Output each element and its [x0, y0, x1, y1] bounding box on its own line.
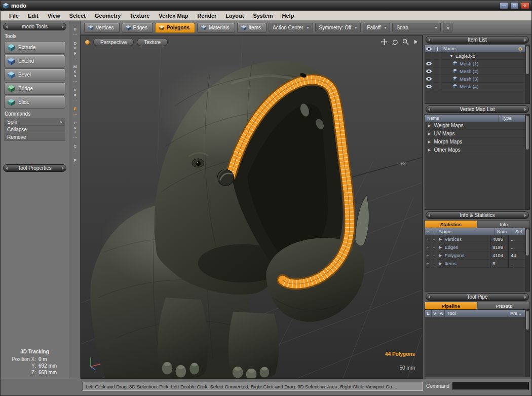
select-plus-button[interactable]: + [425, 251, 431, 259]
tree-collapsed-icon[interactable]: ▶ [428, 148, 431, 152]
menu-item-system[interactable]: System [248, 12, 277, 20]
modo-tools-header[interactable]: modo Tools [3, 23, 66, 30]
presets-column-header[interactable]: Pre... [508, 310, 525, 317]
menu-item-texture[interactable]: Texture [125, 12, 154, 20]
tool-button-bevel[interactable]: Bevel [4, 68, 65, 81]
viewport-canvas[interactable] [81, 35, 422, 378]
command-item-collapse[interactable]: Collapse [4, 126, 65, 133]
vertex-map-group-weight[interactable]: ▶ Weight Maps [425, 122, 525, 130]
snap-dropdown[interactable]: Snap ▾ [392, 23, 441, 32]
item-row-mesh-1[interactable]: Mesh (1) [425, 60, 525, 67]
menu-item-layout[interactable]: Layout [221, 12, 248, 20]
menu-item-view[interactable]: View [43, 12, 65, 20]
menu-item-vertex-map[interactable]: Vertex Map [154, 12, 193, 20]
tree-collapsed-icon[interactable]: ▶ [428, 132, 431, 136]
vertex-map-list-header[interactable]: Vertex Map List [426, 105, 529, 113]
mode-button-polygons-active[interactable]: Polygons [155, 23, 195, 33]
toolbar-overflow-button[interactable]: » [443, 23, 452, 32]
stats-row-edges[interactable]: + - ▶Edges 8199 ... [425, 243, 525, 251]
vtab-mes[interactable]: Mes… [72, 64, 77, 83]
visibility-toggle[interactable] [425, 83, 433, 90]
tool-button-extrude[interactable]: Extrude [4, 41, 65, 54]
menu-item-help[interactable]: Help [278, 12, 299, 20]
mode-button-vertices[interactable]: Vertices [84, 23, 120, 33]
tool-column-header[interactable]: Tool [445, 311, 508, 316]
item-list-scrollbar[interactable] [525, 45, 529, 103]
tree-expanded-icon[interactable]: ▼ [449, 54, 453, 58]
menu-item-geometry[interactable]: Geometry [90, 12, 125, 20]
tree-collapsed-icon[interactable]: ▶ [439, 237, 442, 241]
tree-collapsed-icon[interactable]: ▶ [439, 254, 442, 258]
menu-item-edit[interactable]: Edit [23, 12, 43, 20]
tree-collapsed-icon[interactable]: ▶ [428, 140, 431, 144]
vtab-c[interactable]: C… [72, 144, 77, 153]
sel-column-header[interactable]: Sel [513, 228, 525, 235]
item-row-mesh-4[interactable]: Mesh (4) [425, 83, 525, 90]
mode-button-edges[interactable]: Edges [122, 23, 153, 33]
select-minus-button[interactable]: - [431, 243, 437, 251]
scrollbar-thumb[interactable] [526, 229, 529, 256]
stats-row-vertices[interactable]: + - ▶Vertices 4095 ... [425, 235, 525, 243]
rotate-icon[interactable] [392, 39, 398, 45]
menu-item-file[interactable]: File [5, 12, 23, 20]
scrollbar-thumb[interactable] [526, 46, 529, 74]
vertex-map-group-morph[interactable]: ▶ Morph Maps [425, 138, 525, 146]
select-minus-button[interactable]: - [431, 251, 437, 259]
tree-collapsed-icon[interactable]: ▶ [428, 124, 431, 128]
info-statistics-header[interactable]: Info & Statistics [426, 211, 529, 219]
vtab-e-active[interactable]: E… [72, 106, 77, 116]
vertex-map-group-other[interactable]: ▶ Other Maps [425, 146, 525, 154]
visibility-toggle[interactable] [425, 67, 433, 75]
stats-row-polygons[interactable]: + - ▶Polygons 4104 44 [425, 251, 525, 260]
name-column-header[interactable]: Name [425, 116, 499, 121]
select-minus-button[interactable]: - [431, 235, 437, 243]
tab-presets[interactable]: Presets [478, 302, 530, 309]
tab-info[interactable]: Info [478, 220, 530, 228]
tab-statistics-active[interactable]: Statistics [425, 220, 477, 228]
tool-pipe-scrollbar[interactable] [525, 310, 529, 377]
tree-collapsed-icon[interactable]: ▶ [439, 245, 442, 249]
mode-button-materials[interactable]: Materials [197, 23, 235, 33]
close-button[interactable]: × [521, 2, 529, 9]
viewport-expand-icon[interactable] [413, 39, 419, 45]
falloff-dropdown[interactable]: Falloff ▾ [363, 23, 390, 32]
perspective-button[interactable]: Perspective [93, 38, 134, 46]
statistics-scrollbar[interactable] [525, 228, 529, 291]
visibility-toggle[interactable] [425, 75, 433, 82]
select-plus-button[interactable]: + [425, 235, 431, 243]
item-row-eagle[interactable]: ▼ Eagle.lxo [425, 52, 525, 60]
vertex-map-group-uv[interactable]: ▶ UV Maps [425, 130, 525, 138]
maximize-button[interactable]: □ [510, 2, 519, 9]
item-filter-button[interactable]: ⚙ [516, 46, 525, 52]
tool-button-extend[interactable]: Extend [4, 55, 65, 67]
select-plus-button[interactable]: + [425, 243, 431, 251]
select-minus-button[interactable]: - [431, 260, 437, 267]
symmetry-dropdown[interactable]: Symmetry: Off ▾ [315, 23, 361, 32]
tree-collapsed-icon[interactable]: ▶ [439, 262, 442, 266]
name-column-header[interactable]: Name [441, 46, 516, 51]
name-column-header[interactable]: Name [437, 229, 495, 234]
type-column-header[interactable]: Type [499, 115, 525, 122]
pan-icon[interactable] [381, 39, 388, 45]
viewport-menu-dot[interactable] [85, 40, 90, 45]
scrollbar-thumb[interactable] [526, 311, 529, 330]
vtab-pol[interactable]: Pol… [72, 121, 77, 139]
stats-row-items[interactable]: + - ▶Items 5 ... [425, 260, 525, 268]
mode-button-items[interactable]: Items [237, 23, 267, 33]
minimize-button[interactable]: — [500, 2, 508, 9]
command-item-spin[interactable]: Spin v [4, 118, 65, 126]
action-center-dropdown[interactable]: Action Center ▾ [269, 23, 313, 32]
menu-item-select[interactable]: Select [65, 12, 90, 20]
menu-item-render[interactable]: Render [193, 12, 221, 20]
tool-button-bridge[interactable]: Bridge [4, 82, 65, 95]
select-plus-button[interactable]: + [425, 260, 431, 267]
vtab-dup[interactable]: Dup… [72, 41, 77, 59]
scrollbar-thumb[interactable] [526, 116, 529, 150]
tool-properties-header[interactable]: Tool Properties [3, 164, 66, 172]
item-list-header[interactable]: Item List [426, 36, 529, 44]
texture-button[interactable]: Texture [137, 38, 168, 46]
tab-pipeline-active[interactable]: Pipeline [425, 302, 477, 309]
visibility-toggle[interactable] [425, 60, 433, 67]
visibility-column-header[interactable] [425, 45, 433, 52]
item-row-mesh-3[interactable]: Mesh (3) [425, 75, 525, 83]
